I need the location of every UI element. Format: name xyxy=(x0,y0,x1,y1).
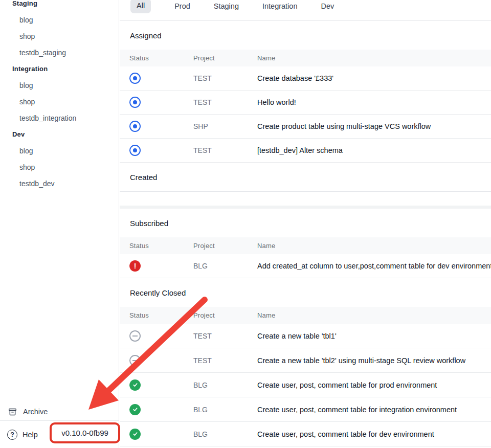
issue-canceled-icon xyxy=(129,330,141,342)
sidebar-item-integration-shop[interactable]: shop xyxy=(0,94,119,110)
archive-button[interactable]: Archive xyxy=(0,403,119,420)
col-name: Name xyxy=(257,242,491,250)
issue-row[interactable]: TEST Create a new table 'tbl2' using mul… xyxy=(120,348,491,373)
help-label: Help xyxy=(23,431,38,439)
empty-list xyxy=(120,191,491,206)
issue-name: Hello world! xyxy=(257,98,491,106)
environment-tabbar: All Prod Staging Integration Dev xyxy=(120,0,491,21)
issue-row[interactable]: TEST [testdb_dev] Alter schema xyxy=(120,139,491,163)
issue-row[interactable]: TEST Create a new table 'tbl1' xyxy=(120,324,491,348)
app-root: Staging blog shop testdb_staging Integra… xyxy=(0,0,491,448)
table-header: Status Project Name xyxy=(120,237,491,254)
sidebar-item-testdb-dev[interactable]: testdb_dev xyxy=(0,175,119,192)
issue-open-icon xyxy=(129,97,141,108)
archive-icon xyxy=(8,407,17,417)
col-project: Project xyxy=(193,54,257,62)
issue-row[interactable]: SHP Create product table using multi-sta… xyxy=(120,115,491,139)
issue-open-icon xyxy=(129,121,141,132)
tab-staging[interactable]: Staging xyxy=(214,0,239,13)
section-title-created: Created xyxy=(120,163,491,191)
issue-row[interactable]: BLG Add created_at column to user,post,c… xyxy=(120,254,491,278)
col-project: Project xyxy=(193,242,257,250)
section-assigned: Assigned Status Project Name TEST Create… xyxy=(120,21,491,163)
issue-project: TEST xyxy=(193,356,257,365)
issue-project: BLG xyxy=(193,430,257,438)
sidebar-item-dev-shop[interactable]: shop xyxy=(0,159,119,175)
issue-project: TEST xyxy=(193,146,257,154)
sidebar-item-dev-blog[interactable]: blog xyxy=(0,143,119,159)
issue-row[interactable]: BLG Create user, post, comment table for… xyxy=(120,397,491,422)
issue-name: Create a new table 'tbl1' xyxy=(257,332,491,340)
section-created: Created xyxy=(120,163,491,209)
tab-all[interactable]: All xyxy=(130,0,151,13)
issue-project: BLG xyxy=(193,262,257,270)
env-group-staging: Staging xyxy=(0,0,119,12)
archive-label: Archive xyxy=(23,408,48,416)
sidebar-item-testdb-staging[interactable]: testdb_staging xyxy=(0,44,119,61)
section-title-assigned: Assigned xyxy=(120,21,491,50)
table-header: Status Project Name xyxy=(120,50,491,66)
main-content: All Prod Staging Integration Dev Assigne… xyxy=(120,0,491,448)
issue-done-icon xyxy=(129,379,141,391)
sidebar-item-staging-blog[interactable]: blog xyxy=(0,12,119,28)
tab-dev[interactable]: Dev xyxy=(321,0,334,13)
issue-name: [testdb_dev] Alter schema xyxy=(257,146,491,154)
col-name: Name xyxy=(257,54,491,62)
col-name: Name xyxy=(257,311,491,319)
issue-row[interactable]: TEST Create database '£333' xyxy=(120,66,491,91)
issue-name: Add created_at column to user,post,comme… xyxy=(257,262,491,270)
help-question-icon xyxy=(7,430,17,440)
issue-name: Create user, post, comment table for int… xyxy=(257,406,491,414)
section-title-recently-closed: Recently Closed xyxy=(120,278,491,307)
issue-project: BLG xyxy=(193,381,257,389)
issue-project: TEST xyxy=(193,74,257,82)
section-recently-closed: Recently Closed Status Project Name TEST… xyxy=(120,278,491,446)
sidebar-item-integration-blog[interactable]: blog xyxy=(0,77,119,94)
sidebar-item-staging-shop[interactable]: shop xyxy=(0,28,119,44)
issue-project: SHP xyxy=(193,122,257,130)
issue-name: Create product table using multi-stage V… xyxy=(257,122,491,130)
issue-name: Create database '£333' xyxy=(257,74,491,82)
issue-done-icon xyxy=(129,404,141,415)
database-tree: Staging blog shop testdb_staging Integra… xyxy=(0,0,119,192)
section-title-subscribed: Subscribed xyxy=(120,209,491,237)
issue-name: Create user, post, comment table for dev… xyxy=(257,430,491,438)
issue-done-icon xyxy=(129,429,141,440)
issue-project: TEST xyxy=(193,332,257,340)
issue-open-icon xyxy=(129,73,141,84)
sidebar-item-testdb-integration[interactable]: testdb_integration xyxy=(0,110,119,126)
issue-name: Create user, post, comment table for pro… xyxy=(257,381,491,389)
issue-row[interactable]: BLG Create user, post, comment table for… xyxy=(120,422,491,446)
col-status: Status xyxy=(129,54,193,62)
section-subscribed: Subscribed Status Project Name BLG Add c… xyxy=(120,209,491,278)
env-group-dev: Dev xyxy=(0,126,119,143)
issue-project: TEST xyxy=(193,98,257,106)
issue-project: BLG xyxy=(193,406,257,414)
sidebar: Staging blog shop testdb_staging Integra… xyxy=(0,0,119,448)
issue-open-icon xyxy=(129,145,141,156)
issue-name: Create a new table 'tbl2' using multi-st… xyxy=(257,356,491,365)
col-project: Project xyxy=(193,311,257,319)
issue-row[interactable]: BLG Create user, post, comment table for… xyxy=(120,373,491,397)
col-status: Status xyxy=(129,311,193,319)
env-group-integration: Integration xyxy=(0,61,119,77)
table-header: Status Project Name xyxy=(120,307,491,324)
issue-row[interactable]: TEST Hello world! xyxy=(120,91,491,115)
issue-canceled-icon xyxy=(129,355,141,366)
tab-integration[interactable]: Integration xyxy=(262,0,298,13)
issue-attention-icon xyxy=(129,260,141,272)
tab-prod[interactable]: Prod xyxy=(174,0,190,13)
col-status: Status xyxy=(129,242,193,250)
version-badge: v0.10.0-0fb99 xyxy=(50,422,120,443)
